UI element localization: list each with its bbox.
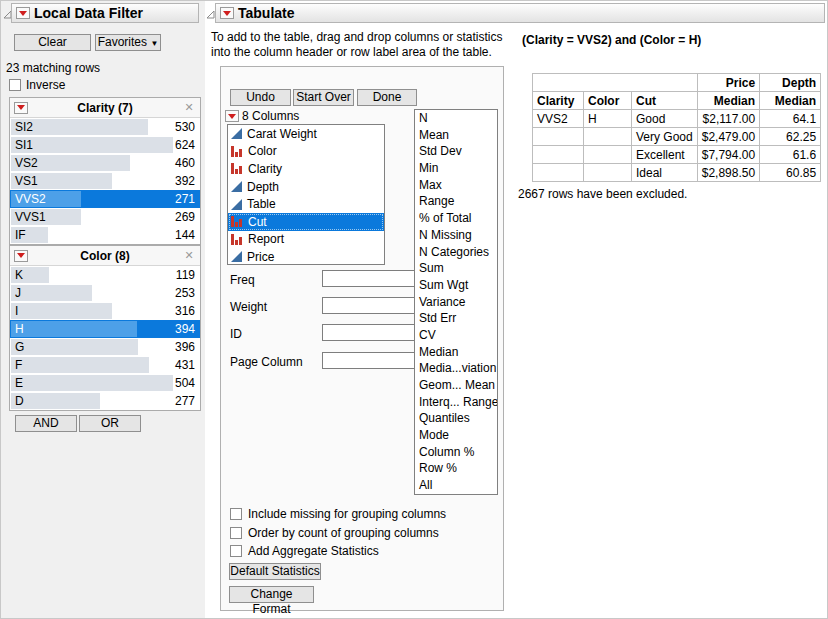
red-triangle-menu-icon[interactable] — [225, 110, 239, 122]
filter-value-row[interactable]: D 277 — [10, 392, 200, 410]
statistic-item[interactable]: CV — [415, 327, 497, 344]
statistic-item[interactable]: Std Dev — [415, 143, 497, 160]
statistic-item[interactable]: Media...viation — [415, 360, 497, 377]
option-checkbox[interactable] — [230, 545, 242, 557]
cast-field-input[interactable] — [322, 352, 424, 369]
filter-value-row[interactable]: E 504 — [10, 374, 200, 392]
change-format-button[interactable]: Change Format — [229, 586, 314, 603]
statistic-item[interactable]: Min — [415, 160, 497, 177]
filter-value-row[interactable]: K 119 — [10, 266, 200, 284]
cast-field-label: Page Column — [230, 355, 303, 369]
filter-value-row[interactable]: SI2 530 — [10, 118, 200, 136]
and-button[interactable]: AND — [15, 415, 77, 432]
cast-field-input[interactable] — [322, 270, 424, 287]
matching-rows-status: 23 matching rows — [6, 61, 100, 75]
tabulate-title: Tabulate — [238, 5, 295, 21]
statistic-item[interactable]: Quantiles — [415, 410, 497, 427]
column-list-item[interactable]: Carat Weight — [228, 125, 384, 143]
statistic-item[interactable]: Interq... Range — [415, 394, 497, 411]
statistic-item[interactable]: Range — [415, 193, 497, 210]
option-label: Add Aggregate Statistics — [248, 544, 379, 558]
inverse-checkbox[interactable] — [9, 79, 21, 91]
red-triangle-menu-icon[interactable] — [16, 7, 30, 19]
column-label: Price — [247, 250, 274, 264]
filter-value-row[interactable]: VS1 392 — [10, 172, 200, 190]
favorites-button[interactable]: Favorites ▼ — [95, 34, 161, 51]
column-list-item[interactable]: Color — [228, 143, 384, 161]
filter-value-count: 394 — [175, 320, 195, 338]
table-cell: 62.25 — [760, 128, 821, 146]
filter-value-row[interactable]: J 253 — [10, 284, 200, 302]
close-icon[interactable]: ✕ — [182, 249, 196, 262]
statistic-item[interactable]: Median — [415, 344, 497, 361]
statistic-item[interactable]: N — [415, 110, 497, 127]
outline-disclosure-icon[interactable] — [206, 8, 215, 22]
statistic-item[interactable]: All — [415, 477, 497, 494]
column-list-item[interactable]: Table — [228, 195, 384, 213]
statistic-item[interactable]: Geom... Mean — [415, 377, 497, 394]
option-row: Add Aggregate Statistics — [230, 544, 379, 558]
close-icon[interactable]: ✕ — [182, 101, 196, 114]
table-cell — [533, 146, 584, 164]
cast-field-label: Weight — [230, 300, 267, 314]
statistic-item[interactable]: Sum — [415, 260, 497, 277]
filter-value-row[interactable]: VVS2 271 — [10, 190, 200, 208]
red-triangle-menu-icon[interactable] — [14, 102, 28, 114]
column-list-item[interactable]: Clarity — [228, 160, 384, 178]
filter-value-row[interactable]: IF 144 — [10, 226, 200, 244]
instructions-text: To add to the table, drag and drop colum… — [211, 30, 503, 60]
cast-field-row: Weight — [230, 300, 267, 314]
filter-value-label: H — [15, 320, 24, 338]
done-button[interactable]: Done — [357, 89, 417, 106]
statistic-item[interactable]: Sum Wgt — [415, 277, 497, 294]
column-label: Cut — [248, 215, 267, 229]
histogram-bar — [11, 357, 149, 373]
filter-group-header: Color (8) ✕ — [10, 246, 200, 266]
cast-field-input[interactable] — [322, 297, 424, 314]
option-row: Include missing for grouping columns — [230, 507, 446, 521]
statistic-item[interactable]: Variance — [415, 294, 497, 311]
statistic-item[interactable]: N Categories — [415, 244, 497, 261]
column-label: Carat Weight — [247, 127, 317, 141]
where-clause-label: (Clarity = VVS2) and (Color = H) — [522, 33, 701, 47]
column-list-item[interactable]: Price — [228, 248, 384, 265]
clear-button[interactable]: Clear — [14, 34, 91, 51]
filter-value-row[interactable]: SI1 624 — [10, 136, 200, 154]
filter-value-row[interactable]: F 431 — [10, 356, 200, 374]
undo-button[interactable]: Undo — [230, 89, 291, 106]
statistic-item[interactable]: Column % — [415, 444, 497, 461]
filter-value-row[interactable]: I 316 — [10, 302, 200, 320]
filter-value-count: 269 — [175, 208, 195, 226]
filter-value-row[interactable]: G 396 — [10, 338, 200, 356]
statistic-item[interactable]: Row % — [415, 460, 497, 477]
option-checkbox[interactable] — [230, 508, 242, 520]
start-over-button[interactable]: Start Over — [293, 89, 354, 106]
red-triangle-menu-icon[interactable] — [14, 250, 28, 262]
histogram-bar — [11, 137, 173, 153]
filter-value-row[interactable]: VS2 460 — [10, 154, 200, 172]
column-list-item[interactable]: Report — [228, 231, 384, 249]
statistic-item[interactable]: Mean — [415, 127, 497, 144]
filter-group-rows: K 119 J 253 I 316 H 394 G 396 F 431 E 50… — [10, 266, 200, 410]
statistic-item[interactable]: % of Total — [415, 210, 497, 227]
filter-value-row[interactable]: VVS1 269 — [10, 208, 200, 226]
column-list-item[interactable]: Cut — [228, 213, 384, 231]
statistic-item[interactable]: Std Err — [415, 310, 497, 327]
red-triangle-menu-icon[interactable] — [220, 7, 234, 19]
column-list-item[interactable]: Depth — [228, 178, 384, 196]
default-statistics-button[interactable]: Default Statistics — [229, 563, 321, 580]
table-cell — [533, 128, 584, 146]
histogram-bar — [11, 303, 112, 319]
statistic-item[interactable]: Max — [415, 177, 497, 194]
nominal-column-icon — [231, 234, 243, 245]
table-cell: Cut — [632, 92, 698, 110]
option-checkbox[interactable] — [230, 527, 242, 539]
nominal-column-icon — [231, 163, 243, 174]
table-cell: Good — [632, 110, 698, 128]
or-button[interactable]: OR — [79, 415, 141, 432]
filter-value-row[interactable]: H 394 — [10, 320, 200, 338]
cast-field-input[interactable] — [322, 324, 424, 341]
statistic-item[interactable]: Mode — [415, 427, 497, 444]
statistic-item[interactable]: N Missing — [415, 227, 497, 244]
table-cell: Median — [760, 92, 821, 110]
